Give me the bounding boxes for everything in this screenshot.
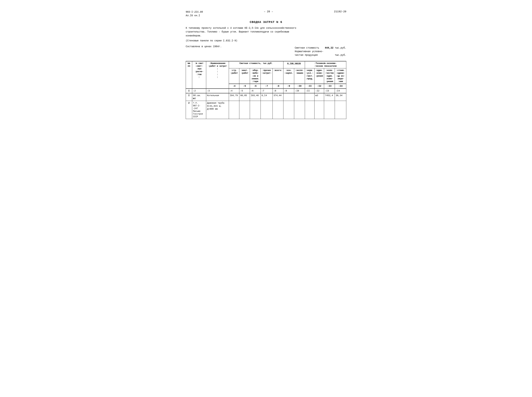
doc-sheet: Ал.I6 кн.I: [186, 14, 203, 18]
col-header-proch: :прочих:затрат:: [260, 68, 272, 84]
row1-norm: [305, 93, 314, 101]
col-header-stoim: :стоим.:едини-:цы из-:мере-:ния: [335, 68, 346, 84]
col-header-norm: :норм.:усл.-:чист.:прод.: [305, 68, 314, 84]
row2-str: [229, 101, 239, 119]
row2-osn: [283, 101, 294, 119]
row2-proch: [260, 101, 272, 119]
cost-unit-3: тыс.руб.: [335, 53, 346, 57]
row2-mont: [239, 101, 250, 119]
row2-edin: [314, 101, 324, 119]
col-header-edin: :един.:изме-:рения: [314, 68, 324, 84]
cost-label-1: Сметная стоимость: [295, 46, 325, 50]
description-text: К типовому проекту котельной с 4 котлами…: [186, 26, 302, 38]
row1-name: Котельная: [206, 93, 229, 101]
doc-number-suffix: 221.86: [194, 11, 203, 13]
row1-mont: 86,05: [239, 93, 250, 101]
col-header-num: №№пп: [186, 61, 192, 89]
idx-7: :I0: [294, 84, 305, 89]
cost-unit-1: тыс.руб.: [335, 46, 346, 50]
row2-kol: [324, 101, 335, 119]
idx-3: :6: [250, 84, 260, 89]
row1-vsego: 374,44: [273, 93, 284, 101]
main-table: №№пп :№ смет:смет-:ных:расче-:тов: :Наим…: [186, 61, 346, 119]
cost-value-3: [325, 53, 335, 57]
col-header-technico: :Технико№-экономи-:ческие показатели: [305, 61, 346, 68]
info-row: Составлена в ценах 1984г. Сметная стоимо…: [186, 45, 346, 57]
col-header-vtomchisle: в том числе: [283, 61, 305, 68]
col-header-smet: :№ смет:смет-:ных:расче-:тов:: [192, 61, 206, 89]
row1-stoim: 36,34: [335, 93, 346, 101]
row1-osn: [283, 93, 294, 101]
col-header-ekspl: :экспл.:машин: [294, 68, 305, 84]
col-header-str: :стр.:работ: [229, 68, 239, 84]
idx-2: :5: [239, 84, 250, 89]
cost-unit-2: [335, 50, 346, 53]
row1-obor: I03,46: [250, 93, 260, 101]
row1-proch: 0,I4: [260, 93, 272, 101]
doc-number-prefix: 903-I-: [186, 11, 194, 13]
cost-info: Сметная стоимость 444,22 тыс.руб. Нормат…: [295, 45, 346, 57]
header-right-code: 21192-20: [334, 10, 346, 13]
header-center-page: – 28 –: [264, 10, 273, 13]
row1-num: I: [186, 93, 192, 101]
row1-smet: Об.см.№б: [192, 93, 206, 101]
row2-obor: [250, 101, 260, 119]
col-header-name: :Наименование:работ и затрат::::: [206, 61, 229, 89]
idx-9: :I2: [314, 84, 324, 89]
col-header-mont: :монт.:работ: [239, 68, 250, 84]
row2-stoim: [335, 101, 346, 119]
row1-str: I84,79: [229, 93, 239, 101]
cost-label-2: Нормативная условно-: [295, 50, 325, 53]
row1-kol: 7452,4: [324, 93, 335, 101]
col-header-vsego: :всего:: [273, 68, 284, 84]
col-header-smetnaya: Сметная стоимость, тыс.руб.: [229, 61, 283, 68]
header-left: 903-I-221.86 Ал.I6 кн.I: [186, 10, 203, 18]
index-row-full: I :2 :3 :4 :5 :6 :7 :8 :9 :I0 :II :I2 :I…: [186, 89, 346, 93]
row2-smet: т.п.907-2-–247ПисьмоГосстрояСССР: [192, 101, 206, 119]
header-section: 903-I-221.86 Ал.I6 кн.I – 28 – 21192-20: [186, 10, 346, 18]
table-row: I Об.см.№б Котельная I84,79 86,05 I03,46…: [186, 93, 346, 101]
row2-norm: [305, 101, 314, 119]
row2-ekspl: [294, 101, 305, 119]
page-title: СВОДКА ЗАТРАТ № 6: [186, 20, 346, 24]
col-header-osn: :осн.:зарпл.: [283, 68, 294, 84]
cost-label-3: чистая продукция: [295, 53, 325, 57]
row1-edin: м3: [314, 93, 324, 101]
col-header-kol: :коли-:чество:един.:изме-:рения: [324, 68, 335, 84]
idx-4: :7: [260, 84, 272, 89]
table-row: 2 т.п.907-2-–247ПисьмоГосстрояСССР Дымов…: [186, 101, 346, 119]
idx-11: :I4: [335, 84, 346, 89]
row2-num: 2: [186, 101, 192, 119]
cost-value-1: 444,22: [325, 46, 335, 50]
idx-6: :9: [283, 84, 294, 89]
idx-5: :8: [273, 84, 284, 89]
date-info: Составлена в ценах 1984г.: [186, 45, 222, 48]
idx-1: :4: [229, 84, 239, 89]
row2-vsego: [273, 101, 284, 119]
cost-value-2: [325, 50, 335, 53]
idx-8: :II: [305, 84, 314, 89]
row1-ekspl: [294, 93, 305, 101]
series-text: (Стеновые панели по серии I.832.I-9): [186, 39, 346, 42]
col-header-obor: :обор.:мебе-:ли и:инвен.:таря: [250, 68, 260, 84]
idx-10: :I3: [324, 84, 335, 89]
row2-name: Дымовая трубаН=31,815 м,Д=800 мм: [206, 101, 229, 119]
